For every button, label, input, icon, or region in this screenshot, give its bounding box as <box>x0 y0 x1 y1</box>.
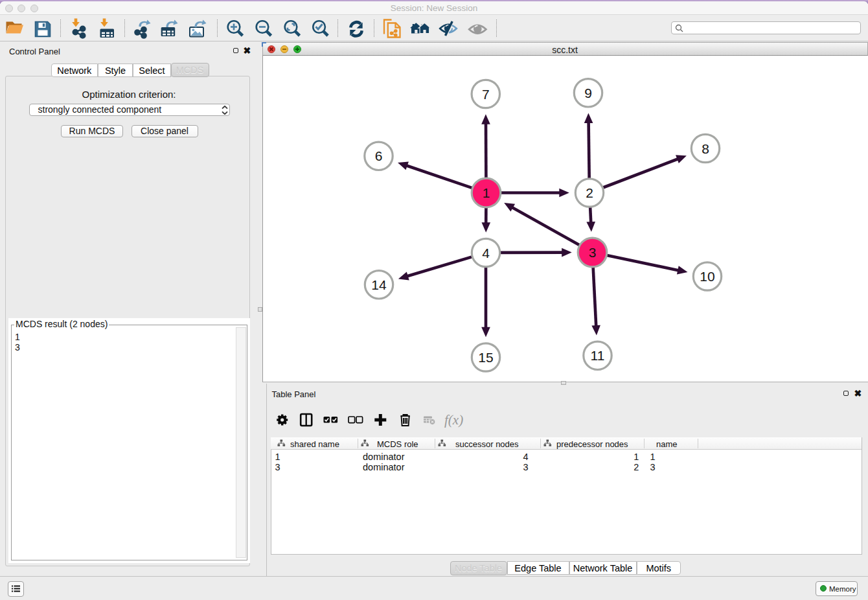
svg-text:11: 11 <box>591 348 605 363</box>
svg-text:6: 6 <box>375 148 383 163</box>
svg-text:3: 3 <box>589 245 597 260</box>
svg-text:10: 10 <box>700 269 714 284</box>
svg-text:2: 2 <box>586 185 593 200</box>
svg-text:15: 15 <box>478 350 493 365</box>
svg-text:8: 8 <box>702 141 709 156</box>
svg-text:f(x): f(x) <box>444 412 463 428</box>
svg-text:7: 7 <box>482 87 490 102</box>
svg-text:4: 4 <box>482 246 490 260</box>
svg-text:9: 9 <box>584 86 592 100</box>
svg-text:1: 1 <box>483 185 490 200</box>
svg-text:14: 14 <box>371 277 387 292</box>
